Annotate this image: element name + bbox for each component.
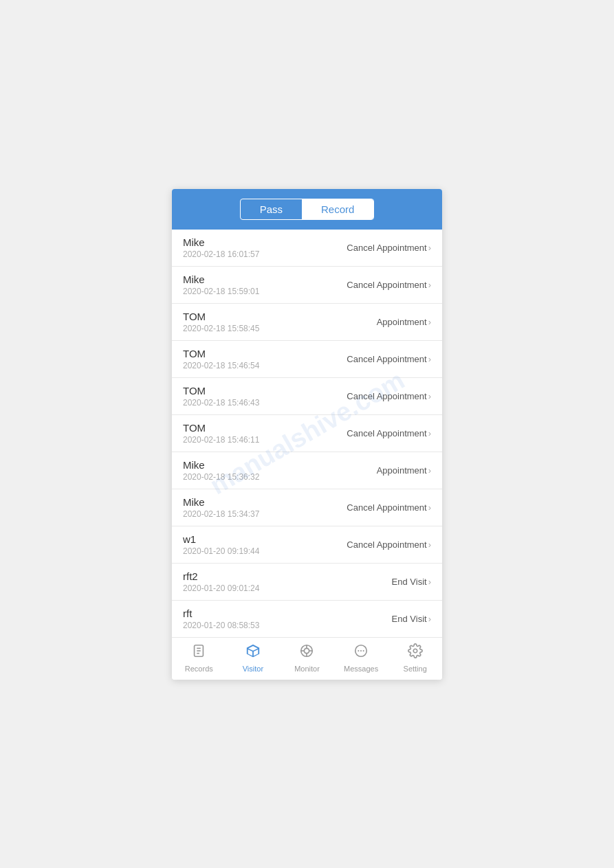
item-left-1: Mike 2020-02-18 15:59:01 — [183, 274, 259, 296]
item-name-6: Mike — [183, 459, 259, 471]
list-item[interactable]: rft2 2020-01-20 09:01:24 End Visit › — [172, 564, 442, 601]
monitor-label: Monitor — [294, 665, 320, 673]
item-action-2[interactable]: Appointment › — [377, 317, 431, 327]
item-date-3: 2020-02-18 15:46:54 — [183, 361, 259, 370]
item-name-5: TOM — [183, 422, 259, 434]
list-item[interactable]: rft 2020-01-20 08:58:53 End Visit › — [172, 601, 442, 637]
chevron-icon-5: › — [428, 428, 431, 438]
list-item[interactable]: Mike 2020-02-18 15:59:01 Cancel Appointm… — [172, 267, 442, 304]
item-left-5: TOM 2020-02-18 15:46:11 — [183, 422, 259, 445]
item-left-3: TOM 2020-02-18 15:46:54 — [183, 348, 259, 370]
app-container: Pass Record manualshive.com Mike 2020-02… — [172, 189, 442, 680]
header: Pass Record — [172, 189, 442, 230]
item-date-7: 2020-02-18 15:34:37 — [183, 509, 259, 519]
item-date-9: 2020-01-20 09:01:24 — [183, 583, 259, 593]
item-action-3[interactable]: Cancel Appointment › — [347, 354, 431, 364]
list-item[interactable]: Mike 2020-02-18 16:01:57 Cancel Appointm… — [172, 230, 442, 267]
item-left-0: Mike 2020-02-18 16:01:57 — [183, 236, 259, 259]
item-left-7: Mike 2020-02-18 15:34:37 — [183, 496, 259, 519]
records-label: Records — [185, 665, 213, 673]
item-left-4: TOM 2020-02-18 15:46:43 — [183, 385, 259, 408]
records-icon — [191, 643, 206, 663]
item-date-5: 2020-02-18 15:46:11 — [183, 435, 259, 445]
item-action-10[interactable]: End Visit › — [392, 614, 431, 624]
chevron-icon-0: › — [428, 243, 431, 253]
item-action-1[interactable]: Cancel Appointment › — [347, 280, 431, 290]
tab-pass[interactable]: Pass — [241, 199, 302, 219]
messages-icon — [353, 643, 369, 663]
item-name-4: TOM — [183, 385, 259, 397]
item-left-6: Mike 2020-02-18 15:36:32 — [183, 459, 259, 482]
item-left-8: w1 2020-01-20 09:19:44 — [183, 533, 259, 556]
visitor-label: Visitor — [243, 665, 263, 673]
item-name-8: w1 — [183, 533, 259, 545]
item-date-0: 2020-02-18 16:01:57 — [183, 249, 259, 259]
item-date-8: 2020-01-20 09:19:44 — [183, 546, 259, 556]
tab-group: Pass Record — [240, 199, 375, 220]
list-item[interactable]: Mike 2020-02-18 15:36:32 Appointment › — [172, 452, 442, 489]
chevron-icon-3: › — [428, 354, 431, 364]
item-action-6[interactable]: Appointment › — [377, 465, 431, 476]
item-action-4[interactable]: Cancel Appointment › — [347, 391, 431, 401]
item-left-9: rft2 2020-01-20 09:01:24 — [183, 570, 259, 593]
messages-label: Messages — [344, 665, 378, 673]
setting-icon — [408, 643, 423, 663]
chevron-icon-10: › — [428, 614, 431, 624]
item-name-0: Mike — [183, 236, 259, 248]
chevron-icon-7: › — [428, 502, 431, 513]
item-date-4: 2020-02-18 15:46:43 — [183, 398, 259, 408]
chevron-icon-4: › — [428, 391, 431, 401]
item-action-9[interactable]: End Visit › — [392, 577, 431, 587]
nav-item-visitor[interactable]: Visitor — [226, 643, 281, 673]
bottom-nav: Records Visitor Monitor Messages Setting — [172, 637, 442, 680]
svg-point-5 — [305, 648, 309, 653]
list-item[interactable]: TOM 2020-02-18 15:58:45 Appointment › — [172, 304, 442, 341]
nav-item-messages[interactable]: Messages — [334, 643, 388, 673]
item-left-2: TOM 2020-02-18 15:58:45 — [183, 311, 259, 333]
visitor-icon — [245, 643, 261, 663]
item-date-1: 2020-02-18 15:59:01 — [183, 287, 259, 296]
svg-point-12 — [360, 649, 362, 651]
chevron-icon-9: › — [428, 577, 431, 587]
list-item[interactable]: TOM 2020-02-18 15:46:54 Cancel Appointme… — [172, 341, 442, 378]
svg-point-13 — [363, 649, 364, 651]
item-name-2: TOM — [183, 311, 259, 322]
item-name-9: rft2 — [183, 570, 259, 582]
item-name-7: Mike — [183, 496, 259, 508]
chevron-icon-6: › — [428, 465, 431, 476]
svg-point-11 — [358, 649, 359, 651]
nav-item-monitor[interactable]: Monitor — [280, 643, 334, 673]
list-item[interactable]: TOM 2020-02-18 15:46:11 Cancel Appointme… — [172, 415, 442, 452]
item-left-10: rft 2020-01-20 08:58:53 — [183, 608, 259, 630]
list-item[interactable]: Mike 2020-02-18 15:34:37 Cancel Appointm… — [172, 489, 442, 526]
nav-item-records[interactable]: Records — [172, 643, 226, 673]
list-item[interactable]: TOM 2020-02-18 15:46:43 Cancel Appointme… — [172, 378, 442, 415]
list-item[interactable]: w1 2020-01-20 09:19:44 Cancel Appointmen… — [172, 526, 442, 564]
item-name-1: Mike — [183, 274, 259, 285]
tab-record[interactable]: Record — [302, 199, 373, 219]
item-action-5[interactable]: Cancel Appointment › — [347, 428, 431, 438]
chevron-icon-8: › — [428, 539, 431, 550]
item-date-10: 2020-01-20 08:58:53 — [183, 621, 259, 630]
setting-label: Setting — [404, 665, 427, 673]
item-action-7[interactable]: Cancel Appointment › — [347, 502, 431, 513]
chevron-icon-2: › — [428, 317, 431, 327]
item-action-0[interactable]: Cancel Appointment › — [347, 243, 431, 253]
item-date-2: 2020-02-18 15:58:45 — [183, 324, 259, 333]
svg-point-14 — [413, 649, 417, 653]
item-name-10: rft — [183, 608, 259, 619]
monitor-icon — [299, 643, 314, 663]
nav-item-setting[interactable]: Setting — [388, 643, 442, 673]
chevron-icon-1: › — [428, 280, 431, 290]
item-date-6: 2020-02-18 15:36:32 — [183, 472, 259, 482]
record-list: manualshive.com Mike 2020-02-18 16:01:57… — [172, 230, 442, 637]
item-action-8[interactable]: Cancel Appointment › — [347, 539, 431, 550]
item-name-3: TOM — [183, 348, 259, 359]
